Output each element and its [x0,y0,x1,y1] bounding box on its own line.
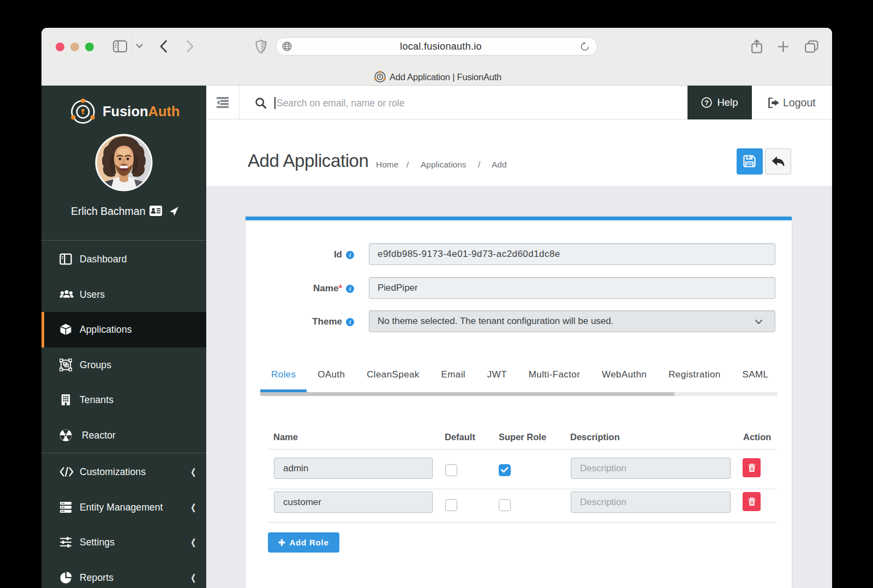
svg-text:?: ? [704,99,709,107]
